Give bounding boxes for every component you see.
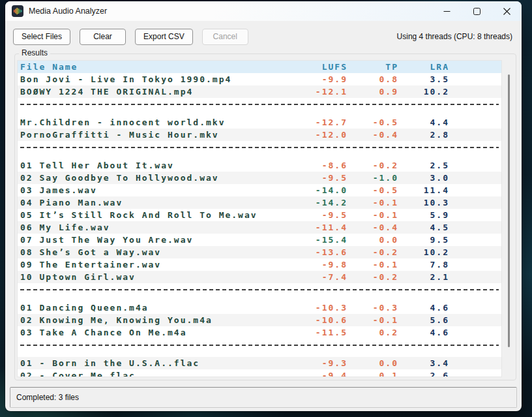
status-text: Completed: 3 files	[16, 393, 79, 402]
separator-row	[18, 104, 501, 116]
row-spacer	[449, 369, 501, 377]
scrollbar-track[interactable]	[503, 60, 514, 377]
lra-cell: 3.4	[398, 357, 449, 369]
result-row: 01 Dancing Queen.m4a-10.3-0.34.6	[18, 301, 501, 314]
result-row: 03 Take A Chance On Me.m4a-11.50.24.6	[18, 326, 501, 339]
tp-cell: -0.2	[347, 159, 398, 172]
tp-cell: -0.5	[347, 184, 398, 196]
lra-cell: 4.4	[398, 116, 449, 129]
file-name-cell: 01 - Born in the U.S.A..flac	[18, 357, 297, 369]
file-name-cell: 08 She’s Got a Way.wav	[18, 246, 297, 258]
column-header-lufs: LUFS	[297, 61, 347, 73]
tp-cell: -1.0	[347, 172, 398, 184]
minimize-button[interactable]	[432, 1, 462, 21]
lra-cell: 11.4	[398, 184, 449, 196]
lra-cell: 4.5	[398, 221, 449, 234]
tp-cell: -0.1	[347, 209, 398, 221]
result-row: Bon Jovi - Live In Tokyo 1990.mp4-9.90.8…	[18, 73, 501, 85]
lufs-cell: -11.4	[297, 221, 347, 234]
row-spacer	[449, 116, 501, 129]
row-spacer	[449, 209, 501, 221]
row-spacer	[449, 129, 501, 141]
separator-row	[18, 147, 501, 159]
file-name-cell: 06 My Life.wav	[18, 221, 297, 234]
row-spacer	[449, 73, 501, 85]
separator-line	[20, 289, 499, 290]
lra-cell: 4.6	[398, 301, 449, 314]
lra-cell: 9.5	[398, 234, 449, 246]
export-csv-button[interactable]: Export CSV	[135, 29, 193, 45]
result-row: 04 Piano Man.wav-14.2-0.110.3	[18, 196, 501, 209]
row-spacer	[449, 314, 501, 326]
row-spacer	[449, 258, 501, 271]
result-row: 02 Knowing Me, Knowing You.m4a-10.6-0.15…	[18, 314, 501, 326]
lra-cell: 4.6	[398, 326, 449, 339]
lra-cell: 2.6	[398, 369, 449, 377]
file-name-cell: 09 The Entertainer.wav	[18, 258, 297, 271]
minimize-icon	[443, 8, 451, 15]
row-spacer	[449, 271, 501, 283]
lra-cell: 5.9	[398, 209, 449, 221]
status-bar: Completed: 3 files	[10, 387, 517, 408]
lra-cell: 3.5	[398, 73, 449, 85]
tp-cell: -0.1	[347, 258, 398, 271]
select-files-button[interactable]: Select Files	[13, 29, 70, 45]
row-spacer	[449, 85, 501, 98]
lufs-cell: -9.9	[297, 73, 347, 85]
app-icon	[12, 5, 23, 17]
lufs-cell: -9.8	[297, 258, 347, 271]
file-name-cell: Bon Jovi - Live In Tokyo 1990.mp4	[18, 73, 297, 85]
app-window: Media Audio Analyzer Select Files Clear …	[5, 1, 522, 411]
result-row: PornoGraffitti - Music Hour.mkv-12.0-0.4…	[18, 129, 501, 141]
lufs-cell: -10.6	[297, 314, 347, 326]
lra-cell: 2.1	[398, 271, 449, 283]
tp-cell: -0.5	[347, 116, 398, 129]
tp-cell: -0.3	[347, 301, 398, 314]
results-group-label: Results	[19, 48, 50, 57]
tp-cell: 0.2	[347, 326, 398, 339]
file-name-cell: 07 Just The Way You Are.wav	[18, 234, 297, 246]
lufs-cell: -12.1	[297, 85, 347, 98]
maximize-button[interactable]	[462, 1, 492, 21]
cancel-button[interactable]: Cancel	[202, 29, 248, 45]
lufs-cell: -9.5	[297, 172, 347, 184]
separator-line	[20, 345, 499, 346]
lufs-cell: -14.2	[297, 196, 347, 209]
result-row: 05 It’s Still Rock And Roll To Me.wav-9.…	[18, 209, 501, 221]
lufs-cell: -13.6	[297, 246, 347, 258]
file-name-cell: 02 Knowing Me, Knowing You.m4a	[18, 314, 297, 326]
row-spacer	[449, 357, 501, 369]
lufs-cell: -8.6	[297, 159, 347, 172]
row-spacer	[449, 326, 501, 339]
lufs-cell: -12.0	[297, 129, 347, 141]
file-name-cell: 03 Take A Chance On Me.m4a	[18, 326, 297, 339]
row-spacer	[449, 221, 501, 234]
lra-cell: 10.2	[398, 246, 449, 258]
title-bar[interactable]: Media Audio Analyzer	[5, 1, 522, 21]
lufs-cell: -9.4	[297, 369, 347, 377]
result-row: 02 Say Goodbye To Hollywood.wav-9.5-1.03…	[18, 172, 501, 184]
tp-cell: 0.9	[347, 85, 398, 98]
lra-cell: 5.6	[398, 314, 449, 326]
close-button[interactable]	[492, 1, 522, 21]
result-row: 01 - Born in the U.S.A..flac-9.30.03.4	[18, 357, 501, 369]
lufs-cell: -9.5	[297, 209, 347, 221]
row-spacer	[449, 246, 501, 258]
result-row: 07 Just The Way You Are.wav-15.40.09.5	[18, 234, 501, 246]
window-controls	[432, 1, 522, 21]
file-name-cell: BOØWY 1224 THE ORIGINAL.mp4	[18, 85, 297, 98]
result-row: 08 She’s Got a Way.wav-13.6-0.210.2	[18, 246, 501, 258]
scrollbar-thumb[interactable]	[508, 74, 510, 347]
lra-cell: 2.8	[398, 129, 449, 141]
lufs-cell: -7.4	[297, 271, 347, 283]
maximize-icon	[473, 8, 480, 15]
row-spacer	[449, 234, 501, 246]
result-row: Mr.Children - innocent world.mkv-12.7-0.…	[18, 116, 501, 129]
tp-cell: 0.0	[347, 357, 398, 369]
result-row: 03 James.wav-14.0-0.511.4	[18, 184, 501, 196]
clear-button[interactable]: Clear	[80, 29, 126, 45]
lra-cell: 3.0	[398, 172, 449, 184]
row-spacer	[449, 184, 501, 196]
row-spacer	[449, 172, 501, 184]
file-name-cell: 04 Piano Man.wav	[18, 196, 297, 209]
